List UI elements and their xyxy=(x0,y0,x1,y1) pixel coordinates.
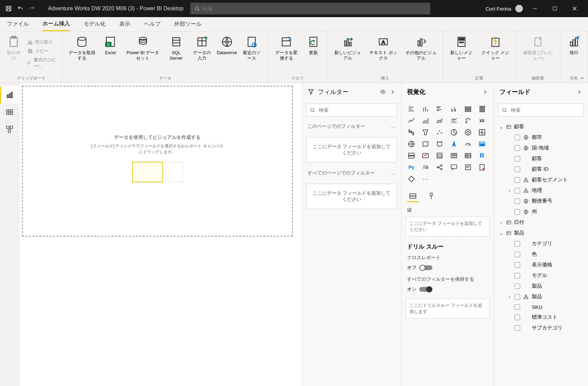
more-icon[interactable]: … xyxy=(391,123,396,130)
field-table[interactable]: ›日付 xyxy=(497,217,585,228)
field-table[interactable]: ⌄顧客 xyxy=(497,121,585,132)
line-chart-icon[interactable] xyxy=(406,116,417,125)
collapse-ribbon-icon[interactable] xyxy=(580,76,585,81)
treemap-icon[interactable] xyxy=(477,128,487,137)
arcgis-icon[interactable] xyxy=(406,174,417,184)
clustered-bar-icon[interactable] xyxy=(434,104,445,114)
pie-icon[interactable] xyxy=(449,128,459,137)
field-item[interactable]: 顧客セグメント xyxy=(497,174,585,185)
keep-filters-toggle[interactable]: オン xyxy=(407,286,432,292)
gauge-icon[interactable] xyxy=(463,139,473,149)
enter-data-button[interactable]: データの入力 xyxy=(189,34,214,75)
matrix-icon[interactable] xyxy=(463,151,473,160)
report-view-button[interactable] xyxy=(0,86,19,104)
maximize-button[interactable] xyxy=(547,0,563,17)
field-item[interactable]: 郵便番号 xyxy=(497,196,585,206)
recent-sources-button[interactable]: 最近のソース xyxy=(239,34,264,75)
more-visuals-icon[interactable]: ⋯ xyxy=(420,174,431,184)
tab-file[interactable]: ファイル xyxy=(7,18,29,31)
eye-icon[interactable] xyxy=(380,89,386,95)
more-visuals-button[interactable]: その他のビジュアル xyxy=(403,34,439,75)
field-table[interactable]: ⌄製品 xyxy=(497,228,585,238)
field-item[interactable]: 表示価格 xyxy=(497,260,585,270)
field-item[interactable]: 州 xyxy=(497,206,585,217)
minimize-button[interactable] xyxy=(527,0,543,17)
page-filter-dropzone[interactable]: ここにデータ フィールドを追加してください xyxy=(306,137,397,162)
slicer-icon[interactable] xyxy=(434,151,445,160)
filled-map-icon[interactable] xyxy=(420,139,431,149)
filter-search-input[interactable] xyxy=(306,104,397,117)
stacked-column-icon[interactable] xyxy=(420,104,431,114)
field-item[interactable]: モデル xyxy=(497,270,585,281)
multi-card-icon[interactable] xyxy=(406,151,417,160)
global-search[interactable] xyxy=(190,3,430,14)
drillthrough-dropzone[interactable]: ここにドリルスルー フィールドを追加します xyxy=(406,299,490,318)
cut-button[interactable]: 切り取り xyxy=(26,38,59,46)
transform-data-button[interactable]: データを変換する xyxy=(272,34,301,75)
excel-button[interactable]: XExcel xyxy=(100,34,121,75)
data-view-button[interactable] xyxy=(0,104,19,121)
dataverse-button[interactable]: Dataverse xyxy=(217,34,237,75)
fields-search-input[interactable] xyxy=(498,104,584,117)
decomposition-icon[interactable] xyxy=(434,162,445,172)
field-item[interactable]: SKU xyxy=(497,302,585,312)
all-pages-filter-dropzone[interactable]: ここにデータ フィールドを追加してください xyxy=(306,184,397,209)
new-measure-button[interactable]: 新しいメジャー xyxy=(447,34,476,75)
user-name[interactable]: Cort Ferina xyxy=(485,6,511,12)
collapse-fields-icon[interactable] xyxy=(576,89,583,95)
close-button[interactable] xyxy=(567,0,583,17)
line-clustered-icon[interactable] xyxy=(463,116,473,125)
map-icon[interactable] xyxy=(406,139,417,149)
narrative-icon[interactable] xyxy=(463,162,473,172)
qa-icon[interactable] xyxy=(449,162,459,172)
field-item[interactable]: カテゴリ xyxy=(497,238,585,249)
redo-icon[interactable] xyxy=(29,5,35,12)
copy-button[interactable]: コピー xyxy=(26,47,59,55)
new-visual-button[interactable]: 新しいビジュアル xyxy=(331,34,364,75)
field-item[interactable]: ›地理 xyxy=(497,185,585,196)
text-box-button[interactable]: Aテキスト ボックス xyxy=(366,34,400,75)
scatter-icon[interactable] xyxy=(434,128,445,137)
cross-report-toggle[interactable]: オフ xyxy=(407,265,432,271)
field-item[interactable]: サブカテゴリ xyxy=(497,323,585,333)
field-item[interactable]: 都市 xyxy=(497,132,585,143)
tab-external-tools[interactable]: 外部ツール xyxy=(174,18,202,31)
tab-help[interactable]: ヘルプ xyxy=(144,18,160,31)
tab-view[interactable]: 表示 xyxy=(119,18,130,31)
tab-home[interactable]: ホーム挿入 xyxy=(43,17,70,31)
field-item[interactable]: 顧客 xyxy=(497,153,585,164)
field-item[interactable]: 顧客 ID xyxy=(497,164,585,174)
values-dropzone[interactable]: ここにデータ フィールドを追加してください xyxy=(406,217,490,237)
azure-map-icon[interactable] xyxy=(449,139,459,149)
global-search-input[interactable] xyxy=(203,6,426,12)
stacked-area-icon[interactable] xyxy=(434,116,445,125)
report-canvas[interactable]: データを使用してビジュアルを作成する [フィールド] ウィンドウでフィールドを選… xyxy=(22,86,293,237)
ribbon-chart-icon[interactable] xyxy=(477,116,487,125)
clustered-column-icon[interactable] xyxy=(449,104,459,114)
field-item[interactable]: 製品 xyxy=(497,281,585,291)
fields-tab-icon[interactable] xyxy=(407,191,419,202)
tab-modeling[interactable]: モデル化 xyxy=(84,18,106,31)
user-avatar[interactable] xyxy=(515,5,523,12)
paste-button[interactable]: 貼り付け xyxy=(3,34,24,75)
pbi-dataset-button[interactable]: Power BI データセット xyxy=(123,34,163,75)
table-icon[interactable] xyxy=(449,151,459,160)
donut-icon[interactable] xyxy=(463,128,473,137)
collapse-filters-icon[interactable] xyxy=(389,89,396,95)
format-painter-button[interactable]: 書式のコピー/... xyxy=(26,56,59,70)
kpi-icon[interactable] xyxy=(420,151,431,160)
key-influencers-icon[interactable] xyxy=(420,162,431,172)
undo-icon[interactable] xyxy=(17,5,23,12)
hundred-column-icon[interactable] xyxy=(477,104,487,114)
paginated-icon[interactable] xyxy=(477,162,487,172)
collapse-viz-icon[interactable] xyxy=(482,89,488,95)
r-visual-icon[interactable]: R xyxy=(477,151,487,160)
model-view-button[interactable] xyxy=(0,121,19,138)
py-visual-icon[interactable]: Py xyxy=(406,162,417,172)
card-icon[interactable]: 123 xyxy=(477,139,487,149)
format-tab-icon[interactable] xyxy=(425,191,437,202)
quick-measure-button[interactable]: クイック メジャー xyxy=(478,34,513,75)
more-icon[interactable]: … xyxy=(391,170,396,176)
waterfall-icon[interactable] xyxy=(406,128,417,137)
field-item[interactable]: 色 xyxy=(497,249,585,260)
